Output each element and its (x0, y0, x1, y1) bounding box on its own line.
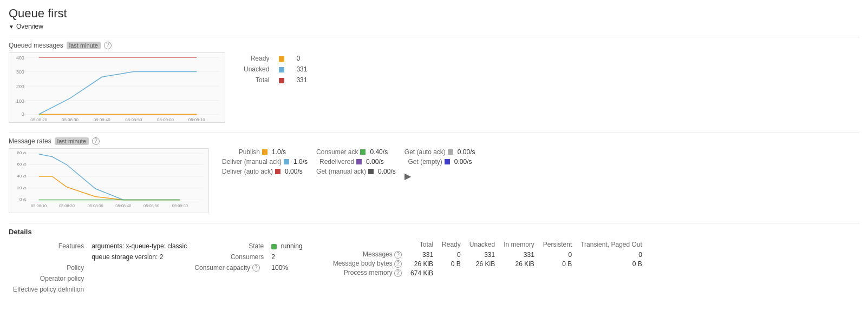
stats-cell (499, 268, 539, 278)
stats-col-header: Transient, Paged Out (576, 240, 647, 250)
svg-text:05:08:30: 05:08:30 (88, 203, 103, 208)
stats-row-label: Messages ? (329, 250, 406, 259)
stats-cell: 331 (465, 250, 499, 259)
svg-text:20 /s: 20 /s (17, 186, 27, 190)
queued-legend-value: 0 (292, 54, 311, 63)
queued-legend: Ready 0 Unacked 331 Total 331 (238, 52, 312, 86)
queued-legend-label: Total (239, 75, 273, 85)
queued-legend-value: 331 (292, 75, 311, 85)
svg-text:05:08:40: 05:08:40 (115, 203, 131, 208)
details-section: Details Features arguments: x-queue-type… (9, 228, 859, 295)
queued-badge[interactable]: last minute (67, 42, 101, 49)
svg-text:05:08:10: 05:08:10 (31, 203, 47, 208)
details-title: Details (9, 228, 859, 236)
rate-label: Publish (222, 148, 260, 156)
rates-legend: Publish1.0/sDeliver (manual ack)1.0/sDel… (222, 148, 475, 181)
stats-col-header: Persistent (539, 240, 576, 250)
rate-item: Get (empty)0.00/s (404, 158, 475, 166)
queued-legend-label: Unacked (239, 64, 273, 74)
rate-label: Deliver (manual ack) (222, 158, 282, 166)
rate-item: Deliver (auto ack)0.00/s (222, 168, 308, 175)
chevron-down-icon: ▼ (9, 24, 14, 30)
rates-help-icon[interactable]: ? (92, 137, 100, 145)
stats-cell: 26 KiB (499, 259, 539, 268)
stats-cell: 674 KiB (406, 268, 438, 278)
stats-col-header: Total (406, 240, 438, 250)
rate-label: Redelivered (316, 158, 354, 166)
rates-badge[interactable]: last minute (55, 137, 89, 145)
arg-label: arguments: x-queue-type: (92, 242, 166, 250)
overview-toggle[interactable]: ▼ Overview (9, 23, 859, 30)
rate-item: Get (auto ack)0.00/s (404, 148, 475, 156)
queued-help-icon[interactable]: ? (104, 42, 112, 49)
consumer-capacity-help[interactable]: ? (252, 264, 260, 272)
stats-cell: 0 B (576, 259, 647, 268)
state-text: running (281, 242, 303, 250)
svg-text:05:08:30: 05:08:30 (62, 117, 79, 122)
stats-help-icon[interactable]: ? (394, 269, 402, 277)
queued-legend-color-cell (275, 54, 291, 63)
rate-value: 1.0/s (272, 148, 286, 156)
queued-legend-item: Total 331 (239, 75, 311, 85)
stats-table: TotalReadyUnackedIn memoryPersistentTran… (329, 240, 647, 278)
queued-legend-color-cell (275, 64, 291, 74)
bottom-details: Features arguments: x-queue-type: classi… (9, 240, 859, 295)
rate-value: 0.00/s (285, 168, 303, 175)
features-value: arguments: x-queue-type: classic (88, 241, 190, 251)
stats-cell: 0 (438, 250, 465, 259)
rate-label: Consumer ack (316, 148, 358, 156)
rates-chart-row: 80 /s 60 /s 40 /s 20 /s 0 /s 05:08:10 05… (9, 148, 859, 213)
policy-label: Policy (10, 263, 87, 273)
stats-help-icon[interactable]: ? (394, 251, 402, 259)
consumer-capacity-val: 100% (268, 263, 305, 273)
stats-row: Process memory ?674 KiB (329, 268, 647, 278)
stats-cell (465, 268, 499, 278)
queued-legend-item: Unacked 331 (239, 64, 311, 74)
page-title: Queue first (9, 6, 859, 21)
svg-text:200: 200 (16, 84, 24, 89)
stats-cell: 0 (576, 250, 647, 259)
storage-value: queue storage version: 2 (88, 252, 190, 262)
svg-text:05:08:40: 05:08:40 (94, 117, 111, 122)
queued-legend-color-cell (275, 75, 291, 85)
svg-text:05:08:20: 05:08:20 (30, 117, 48, 122)
queued-legend-item: Ready 0 (239, 54, 311, 63)
stats-cell: 331 (406, 250, 438, 259)
stats-container: TotalReadyUnackedIn memoryPersistentTran… (329, 240, 647, 278)
consumers-val: 2 (268, 252, 305, 262)
stats-cell: 0 B (539, 259, 576, 268)
rate-value: 0.00/s (366, 158, 384, 166)
rate-item: Consumer ack0.40/s (316, 148, 396, 156)
queued-messages-section-label: Queued messages last minute ? (9, 42, 859, 49)
queued-chart: 400 300 200 100 0 05:08:20 05:08:30 05:0… (9, 52, 225, 123)
operator-policy-label: Operator policy (10, 274, 87, 283)
svg-text:05:08:50: 05:08:50 (125, 117, 142, 122)
stats-row: Messages ?331033133100 (329, 250, 647, 259)
rate-value: 0.40/s (370, 148, 388, 156)
stats-cell: 0 B (438, 259, 465, 268)
rate-label: Get (auto ack) (404, 148, 446, 156)
rate-value: 0.00/s (378, 168, 396, 175)
stats-row-label: Message body bytes ? (329, 259, 406, 268)
stats-cell (438, 268, 465, 278)
svg-text:300: 300 (16, 69, 24, 75)
play-icon[interactable]: ▶ (404, 171, 475, 181)
rate-value: 0.00/s (458, 148, 475, 156)
stats-col-header: In memory (499, 240, 539, 250)
stats-row: Message body bytes ?26 KiB0 B26 KiB26 Ki… (329, 259, 647, 268)
svg-text:05:09:10: 05:09:10 (188, 117, 206, 122)
rate-item: Get (manual ack)0.00/s (316, 168, 396, 175)
rate-item: Deliver (manual ack)1.0/s (222, 158, 308, 166)
consumer-capacity-label: Consumer capacity (194, 264, 250, 272)
storage-val: 2 (160, 253, 164, 261)
features-label: Features (10, 241, 87, 251)
queued-legend-label: Ready (239, 54, 273, 63)
svg-text:0: 0 (22, 111, 24, 117)
svg-text:60 /s: 60 /s (17, 162, 27, 167)
rate-value: 1.0/s (293, 158, 308, 166)
stats-cell: 26 KiB (406, 259, 438, 268)
stats-cell (576, 268, 647, 278)
rate-item: Redelivered0.00/s (316, 158, 396, 166)
svg-text:05:09:00: 05:09:00 (172, 203, 188, 208)
stats-help-icon[interactable]: ? (394, 260, 402, 268)
